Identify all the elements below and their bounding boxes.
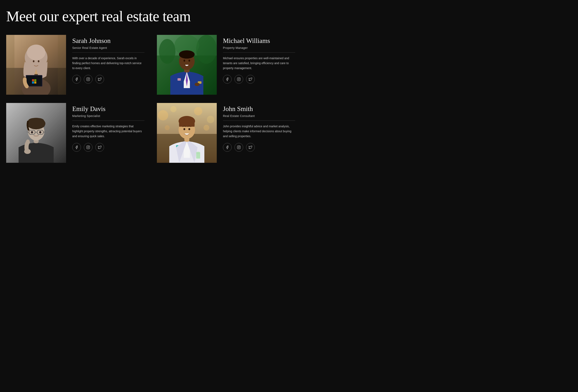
- svg-rect-17: [87, 78, 90, 81]
- svg-point-48: [39, 131, 41, 133]
- svg-point-8: [38, 60, 40, 62]
- svg-rect-12: [34, 79, 36, 81]
- svg-rect-16: [58, 35, 66, 95]
- sarah-johnson-name: Sarah Johnson: [72, 37, 144, 44]
- svg-point-65: [179, 116, 195, 126]
- michael-williams-name: Michael Williams: [223, 37, 295, 44]
- michael-williams-photo: [157, 35, 217, 95]
- svg-point-35: [238, 79, 240, 80]
- john-facebook-icon[interactable]: [223, 143, 232, 152]
- svg-rect-15: [6, 35, 14, 95]
- team-member: Sarah Johnson Senior Real Estate Agent W…: [6, 35, 144, 95]
- john-smith-name: John Smith: [223, 105, 295, 113]
- svg-rect-14: [34, 82, 36, 84]
- john-social-icons: [223, 143, 295, 152]
- sarah-johnson-role: Senior Real Estate Agent: [72, 46, 144, 49]
- john-instagram-icon[interactable]: [235, 143, 243, 152]
- svg-point-33: [195, 83, 200, 86]
- svg-rect-50: [87, 146, 90, 149]
- svg-point-29: [179, 50, 195, 59]
- svg-point-30: [184, 60, 185, 62]
- svg-rect-68: [196, 152, 200, 159]
- emily-social-icons: [72, 143, 144, 152]
- svg-rect-11: [32, 79, 34, 81]
- emily-facebook-icon[interactable]: [72, 143, 81, 152]
- team-member: Emily Davis Marketing Specialist Emily c…: [6, 103, 144, 163]
- svg-point-55: [158, 110, 168, 121]
- sarah-instagram-icon[interactable]: [84, 75, 93, 84]
- svg-point-71: [238, 147, 240, 148]
- svg-point-22: [159, 39, 176, 64]
- svg-rect-26: [178, 78, 181, 81]
- svg-point-58: [207, 116, 214, 123]
- divider: [223, 52, 295, 53]
- svg-point-52: [89, 146, 89, 147]
- michael-williams-bio: Michael ensures properties are well-main…: [223, 56, 295, 71]
- svg-point-60: [203, 125, 209, 131]
- john-smith-bio: John provides insightful advice and mark…: [223, 124, 295, 139]
- john-twitter-icon[interactable]: [246, 143, 255, 152]
- svg-point-7: [33, 60, 35, 62]
- svg-point-57: [194, 107, 202, 115]
- svg-rect-34: [237, 78, 241, 81]
- michael-social-icons: [223, 75, 295, 84]
- divider: [72, 52, 144, 53]
- michael-facebook-icon[interactable]: [223, 75, 232, 84]
- emily-davis-name: Emily Davis: [72, 105, 144, 113]
- emily-davis-role: Marketing Specialist: [72, 114, 144, 118]
- page-title: Meet our expert real estate team: [6, 8, 572, 25]
- sarah-johnson-info: Sarah Johnson Senior Real Estate Agent W…: [72, 35, 144, 83]
- team-member: Michael Williams Property Manager Michae…: [157, 35, 295, 95]
- sarah-twitter-icon[interactable]: [95, 75, 104, 84]
- divider: [223, 121, 295, 121]
- svg-point-66: [184, 128, 185, 130]
- michael-twitter-icon[interactable]: [246, 75, 255, 84]
- svg-point-19: [89, 78, 89, 79]
- svg-point-67: [189, 128, 190, 130]
- emily-davis-info: Emily Davis Marketing Specialist Emily c…: [72, 103, 144, 151]
- svg-point-18: [88, 79, 89, 80]
- john-smith-role: Real Estate Consultant: [223, 114, 295, 118]
- john-smith-photo: [157, 103, 217, 163]
- emily-instagram-icon[interactable]: [84, 143, 93, 152]
- emily-davis-photo: [6, 103, 66, 163]
- sarah-social-icons: [72, 75, 144, 84]
- divider: [72, 121, 144, 121]
- emily-twitter-icon[interactable]: [95, 143, 104, 152]
- svg-point-23: [196, 35, 217, 64]
- michael-williams-info: Michael Williams Property Manager Michae…: [223, 35, 295, 83]
- svg-point-69: [196, 152, 200, 153]
- team-member: John Smith Real Estate Consultant John p…: [157, 103, 295, 163]
- sarah-johnson-photo: [6, 35, 66, 95]
- john-smith-info: John Smith Real Estate Consultant John p…: [223, 103, 295, 151]
- svg-rect-70: [237, 146, 241, 149]
- michael-williams-role: Property Manager: [223, 46, 295, 49]
- svg-point-36: [240, 78, 240, 79]
- emily-davis-bio: Emily creates effective marketing strate…: [72, 124, 144, 139]
- sarah-facebook-icon[interactable]: [72, 75, 81, 84]
- svg-point-56: [170, 106, 177, 112]
- svg-point-47: [31, 131, 33, 133]
- michael-instagram-icon[interactable]: [235, 75, 243, 84]
- svg-point-51: [88, 147, 89, 148]
- svg-point-72: [240, 146, 240, 147]
- team-grid: Sarah Johnson Senior Real Estate Agent W…: [6, 35, 295, 163]
- svg-point-59: [165, 125, 170, 130]
- svg-rect-13: [32, 82, 34, 84]
- svg-point-6: [27, 44, 46, 60]
- svg-point-31: [189, 60, 190, 62]
- sarah-johnson-bio: With over a decade of experience, Sarah …: [72, 56, 144, 71]
